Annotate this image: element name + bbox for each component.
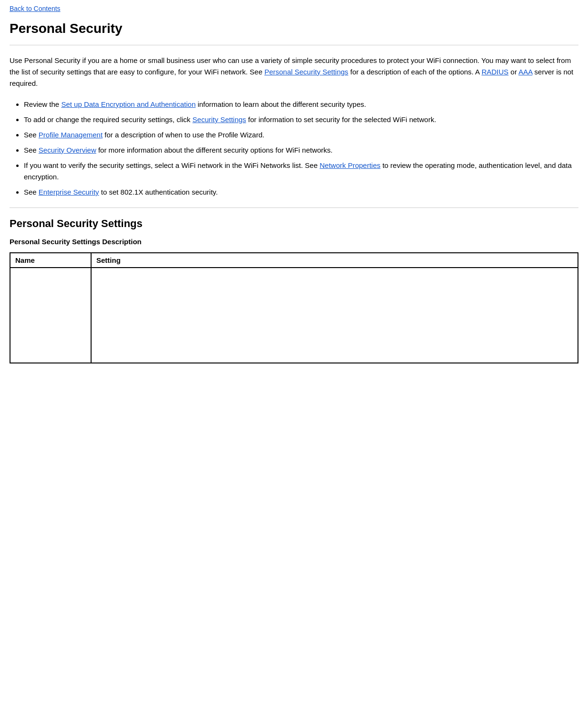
- table-header-row: Name Setting: [10, 253, 578, 268]
- list-item: To add or change the required security s…: [24, 114, 578, 125]
- section2-title: Personal Security Settings: [10, 218, 578, 230]
- profile-management-link[interactable]: Profile Management: [39, 131, 103, 139]
- aaa-link[interactable]: AAA: [518, 68, 532, 76]
- set-up-data-encryption-link[interactable]: Set up Data Encryption and Authenticatio…: [61, 100, 196, 108]
- divider-2: [10, 207, 578, 208]
- radius-link[interactable]: RADIUS: [482, 68, 509, 76]
- table-cell-name: [10, 268, 91, 363]
- list-item: See Security Overview for more informati…: [24, 145, 578, 156]
- table-row: [10, 268, 578, 363]
- security-overview-link[interactable]: Security Overview: [39, 146, 96, 154]
- list-item: Review the Set up Data Encryption and Au…: [24, 99, 578, 110]
- list-item: If you want to verify the security setti…: [24, 160, 578, 183]
- list-item: See Enterprise Security to set 802.1X au…: [24, 187, 578, 198]
- table-header-setting: Setting: [91, 253, 578, 268]
- intro-paragraph: Use Personal Security if you are a home …: [10, 55, 578, 89]
- bullet-list: Review the Set up Data Encryption and Au…: [10, 99, 578, 198]
- back-to-contents-link[interactable]: Back to Contents: [10, 5, 578, 12]
- enterprise-security-link[interactable]: Enterprise Security: [39, 188, 99, 196]
- table-cell-setting: [91, 268, 578, 363]
- divider-1: [10, 45, 578, 45]
- list-item: See Profile Management for a description…: [24, 129, 578, 141]
- table-header-name: Name: [10, 253, 91, 268]
- page-title: Personal Security: [10, 21, 578, 36]
- personal-security-settings-link[interactable]: Personal Security Settings: [264, 68, 348, 76]
- settings-table: Name Setting: [10, 252, 578, 363]
- network-properties-link[interactable]: Network Properties: [320, 161, 381, 169]
- subsection-title: Personal Security Settings Description: [10, 238, 578, 246]
- security-settings-link[interactable]: Security Settings: [193, 115, 247, 124]
